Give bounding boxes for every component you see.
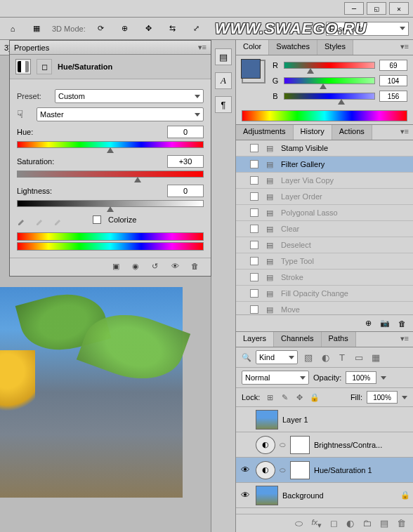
- tab-styles[interactable]: Styles: [317, 40, 353, 55]
- adjustment-thumb[interactable]: ◐: [256, 461, 275, 479]
- history-item[interactable]: ▤Stroke: [236, 270, 413, 286]
- minimize-button[interactable]: ─: [344, 2, 364, 15]
- history-checkbox[interactable]: [250, 225, 258, 233]
- panel-icon-1[interactable]: ▤: [215, 48, 232, 65]
- fill-input[interactable]: [367, 391, 398, 404]
- trash-icon[interactable]: 🗑: [398, 319, 406, 328]
- blend-mode-dropdown[interactable]: Normal: [242, 371, 309, 385]
- layer-mask-thumb[interactable]: [290, 461, 310, 479]
- tab-history[interactable]: History: [294, 125, 332, 140]
- r-slider[interactable]: [284, 62, 375, 69]
- panel-menu-icon[interactable]: ▾≡: [396, 40, 413, 55]
- history-checkbox[interactable]: [250, 289, 258, 298]
- lightness-slider[interactable]: [17, 200, 204, 207]
- new-doc-from-state-icon[interactable]: ⊕: [365, 319, 372, 328]
- panel-tab-properties[interactable]: Properties ▾≡: [10, 41, 211, 55]
- new-group-icon[interactable]: 🗀: [362, 518, 372, 528]
- clip-to-layer-icon[interactable]: ▣: [112, 262, 125, 273]
- layer-thumb[interactable]: [256, 486, 278, 505]
- filter-smart-icon[interactable]: ▦: [369, 351, 382, 364]
- tab-actions[interactable]: Actions: [332, 125, 372, 140]
- visibility-toggle[interactable]: 👁: [239, 465, 251, 475]
- paragraph-panel-icon[interactable]: ¶: [215, 96, 232, 113]
- mask-icon[interactable]: ◻: [37, 59, 52, 74]
- eyedropper-icon[interactable]: [17, 214, 28, 225]
- history-checkbox[interactable]: [250, 160, 258, 168]
- tab-layers[interactable]: Layers: [236, 332, 274, 347]
- eyedropper-minus-icon[interactable]: [53, 214, 65, 225]
- panel-menu-icon[interactable]: ▾≡: [396, 125, 413, 140]
- history-checkbox[interactable]: [250, 176, 258, 185]
- b-slider[interactable]: [284, 93, 375, 100]
- pan-icon[interactable]: ✥: [140, 20, 157, 37]
- view-previous-icon[interactable]: ◉: [132, 262, 145, 273]
- lock-transparency-icon[interactable]: ⊞: [264, 392, 276, 404]
- layer-item[interactable]: 👁◐⬭Hue/Saturation 1: [236, 458, 413, 483]
- chevron-down-icon[interactable]: [402, 396, 407, 399]
- layer-item[interactable]: 👁Background🔒: [236, 483, 413, 508]
- adjustment-thumb[interactable]: ◐: [256, 436, 275, 454]
- chevron-down-icon[interactable]: [381, 376, 386, 380]
- color-ramp[interactable]: [242, 110, 407, 121]
- layer-name[interactable]: Layer 1: [282, 415, 410, 424]
- visibility-toggle[interactable]: 👁: [239, 490, 251, 500]
- hue-input[interactable]: [167, 126, 204, 138]
- history-checkbox[interactable]: [250, 273, 258, 281]
- history-checkbox[interactable]: [250, 192, 258, 201]
- history-checkbox[interactable]: [250, 241, 258, 249]
- history-item[interactable]: ▤Filter Gallery: [236, 157, 413, 173]
- reset-icon[interactable]: ↺: [152, 262, 164, 273]
- new-layer-icon[interactable]: ▤: [380, 518, 388, 528]
- tab-color[interactable]: Color: [236, 40, 269, 55]
- home-icon[interactable]: ⌂: [4, 20, 21, 37]
- channel-dropdown[interactable]: Master: [37, 107, 204, 121]
- tab-swatches[interactable]: Swatches: [269, 40, 317, 55]
- filter-shape-icon[interactable]: ▭: [353, 351, 365, 364]
- history-item[interactable]: ▤Move: [236, 302, 413, 314]
- opacity-input[interactable]: [346, 371, 376, 384]
- layer-item[interactable]: Layer 1: [236, 407, 413, 432]
- link-layers-icon[interactable]: ⬭: [295, 518, 303, 529]
- tab-channels[interactable]: Channels: [274, 332, 321, 347]
- tab-paths[interactable]: Paths: [322, 332, 356, 347]
- lock-position-icon[interactable]: ✥: [294, 392, 306, 404]
- saturation-slider[interactable]: [17, 171, 204, 178]
- r-input[interactable]: [379, 60, 407, 71]
- tab-adjustments[interactable]: Adjustments: [236, 125, 294, 140]
- hue-slider[interactable]: [17, 141, 204, 148]
- color-swatch[interactable]: [242, 60, 266, 84]
- workspace-dropdown[interactable]: Essentials: [326, 22, 409, 36]
- history-item[interactable]: ▤Deselect: [236, 237, 413, 253]
- history-item[interactable]: ▤Type Tool: [236, 253, 413, 270]
- trash-icon[interactable]: 🗑: [191, 262, 204, 273]
- grid-icon[interactable]: ▦: [28, 20, 45, 37]
- preset-dropdown[interactable]: Custom: [55, 89, 204, 103]
- history-item[interactable]: ▤Stamp Visible: [236, 140, 413, 157]
- type-panel-icon[interactable]: A: [215, 72, 232, 89]
- eyedropper-plus-icon[interactable]: [35, 214, 46, 225]
- roll-icon[interactable]: ⊕: [117, 20, 133, 37]
- history-checkbox[interactable]: [250, 257, 258, 265]
- layer-mask-thumb[interactable]: [290, 436, 310, 454]
- slide-icon[interactable]: ⇆: [164, 20, 181, 37]
- layer-style-icon[interactable]: fx▾: [311, 517, 322, 530]
- snapshot-icon[interactable]: 📷: [380, 319, 390, 328]
- saturation-input[interactable]: [167, 155, 204, 168]
- filter-kind-dropdown[interactable]: Kind: [256, 350, 298, 364]
- orbit-icon[interactable]: ⟳: [93, 20, 110, 37]
- lock-all-icon[interactable]: 🔒: [308, 392, 320, 404]
- history-item[interactable]: ▤Layer Order: [236, 189, 413, 205]
- trash-icon[interactable]: 🗑: [397, 518, 406, 528]
- lightness-input[interactable]: [167, 185, 204, 197]
- history-item[interactable]: ▤Polygonal Lasso: [236, 205, 413, 221]
- layer-item[interactable]: ◐⬭Brightness/Contra...: [236, 432, 413, 458]
- history-checkbox[interactable]: [250, 208, 258, 217]
- filter-adjust-icon[interactable]: ◐: [319, 351, 332, 364]
- layer-name[interactable]: Brightness/Contra...: [314, 441, 410, 449]
- layer-thumb[interactable]: [256, 410, 278, 430]
- g-slider[interactable]: [284, 77, 375, 84]
- close-button[interactable]: ✕: [389, 2, 409, 15]
- history-checkbox[interactable]: [250, 144, 258, 152]
- colorize-checkbox[interactable]: [93, 215, 101, 224]
- history-item[interactable]: ▤Layer Via Copy: [236, 173, 413, 189]
